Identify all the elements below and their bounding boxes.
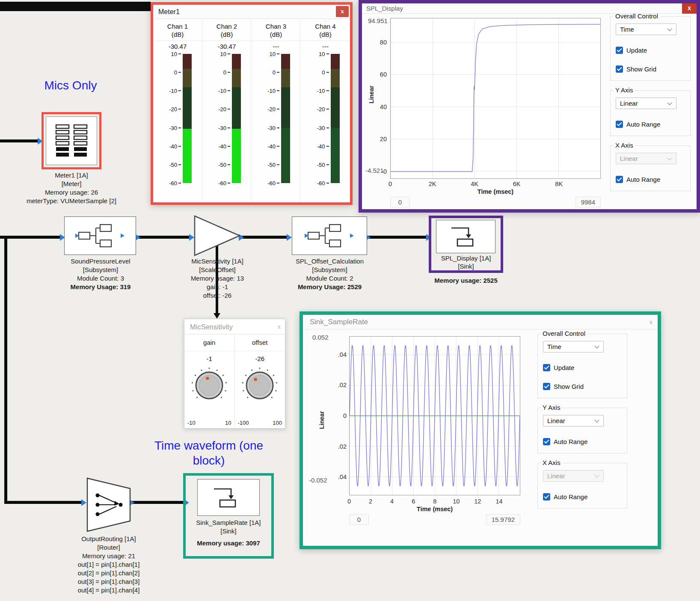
y-axis-name-label: Linear	[318, 407, 325, 433]
x-axis-dropdown[interactable]: Linear	[543, 470, 604, 482]
tick-mark	[326, 127, 329, 128]
scale-label: 0	[223, 69, 226, 76]
group-title: X Axis	[613, 142, 635, 149]
spl-display-memory-label: Memory usage: 2525	[429, 276, 503, 285]
x-axis-dropdown[interactable]: Linear	[616, 153, 676, 164]
overall-control-group: Overall Control Time Update Show Grid	[610, 16, 691, 81]
show-grid-checkbox[interactable]: Show Grid	[616, 65, 685, 73]
scale-label: -20	[218, 106, 226, 113]
x-auto-range-checkbox[interactable]: Auto Range	[616, 176, 685, 183]
checkbox-checked-icon	[543, 383, 550, 390]
sink-sample-rate-labels: Sink_SampleRate [1A] [Sink] Memory usage…	[186, 518, 271, 548]
tick-mark	[178, 127, 181, 128]
scale-label: -30	[267, 124, 276, 131]
wire-router-to-sink	[130, 501, 187, 504]
y-axis-group: Y Axis Linear Auto Range	[610, 90, 691, 136]
tick-mark	[228, 164, 230, 165]
x-tick-label: 0	[347, 498, 351, 505]
update-checkbox[interactable]: Update	[616, 47, 685, 54]
show-grid-checkbox[interactable]: Show Grid	[543, 383, 622, 390]
chevron-down-icon	[667, 26, 672, 31]
scale-label: -10	[169, 88, 177, 94]
tick-mark	[228, 183, 230, 184]
scale-label: 0	[322, 69, 325, 76]
mic-sensitivity-panel: MicSensitivity x gain -1 -10 10 offset -…	[184, 319, 285, 429]
tick-mark	[326, 146, 329, 147]
y-auto-range-checkbox[interactable]: Auto Range	[616, 121, 685, 128]
y-tick-label: 0	[343, 412, 347, 419]
y-tick-label: 0.02	[338, 382, 347, 388]
meter-scale: 100-10-20-30-40-50-60	[163, 54, 181, 183]
gain-knob[interactable]	[190, 367, 228, 404]
output-routing-block[interactable]	[86, 477, 131, 532]
sink-sample-rate-block[interactable]: Sink_SampleRate [1A] [Sink] Memory usage…	[183, 473, 274, 559]
x-tick-label: 6	[412, 498, 415, 505]
channel-header: Chan 1(dB)	[153, 22, 202, 41]
sink-sample-rate-window-titlebar[interactable]: Sink_SampleRate x	[303, 315, 658, 329]
window-title: Sink_SampleRate	[303, 315, 368, 329]
close-icon: x	[341, 8, 344, 15]
tick-mark	[178, 109, 181, 110]
router-input-port	[81, 499, 86, 506]
scale-label: -10	[267, 88, 276, 94]
x-tick-label: 0	[389, 181, 392, 187]
close-button[interactable]: x	[650, 315, 653, 329]
scale-label: 10	[220, 51, 226, 57]
meter1-window-titlebar[interactable]: Meter1 x	[153, 5, 350, 19]
tick-mark	[228, 146, 230, 147]
meter-icon	[51, 122, 92, 159]
group-title: Y Axis	[613, 86, 635, 94]
spl-display-block[interactable]: SPL_Display [1A] [Sink]	[429, 216, 503, 273]
update-checkbox[interactable]: Update	[543, 364, 622, 371]
x-range-end: 9984	[575, 197, 601, 207]
scale-label: -50	[218, 161, 226, 168]
window-title: MicSensitivity	[184, 319, 233, 335]
offset-knob[interactable]	[241, 367, 279, 404]
meter-channel-1: Chan 1(dB)-30.47100-10-20-30-40-50-60	[153, 19, 202, 202]
knob-max-label: 10	[225, 420, 231, 426]
sink-sample-rate-window: Sink_SampleRate x 0.052 -0.052 Linear 0.…	[300, 311, 661, 549]
x-auto-range-checkbox[interactable]: Auto Range	[543, 493, 622, 500]
offset-input-port	[287, 234, 292, 241]
knob-value: -1	[184, 351, 234, 367]
scale-label: -30	[169, 124, 177, 131]
scale-label: -40	[317, 143, 325, 149]
mics-only-label: Mics Only	[26, 78, 116, 93]
channel-value: ---	[252, 41, 300, 52]
tick-mark	[228, 72, 230, 73]
spl-offset-calculation-block[interactable]	[292, 216, 367, 255]
sound-pressure-level-block[interactable]	[64, 216, 136, 255]
spl-display-window-titlebar[interactable]: SPL_Display X	[362, 3, 697, 14]
scale-label: -60	[267, 180, 276, 187]
knob-label: gain	[184, 335, 234, 351]
tick-mark	[326, 109, 329, 110]
checkbox-checked-icon	[616, 47, 623, 54]
mic-sensitivity-block[interactable]	[193, 215, 241, 257]
y-auto-range-checkbox[interactable]: Auto Range	[543, 438, 622, 445]
y-tick-label: 0.04	[338, 474, 347, 480]
x-range-start: 0	[349, 514, 369, 525]
x-tick-label: 2	[369, 498, 372, 505]
chevron-down-icon	[667, 155, 672, 160]
wire-to-router	[4, 501, 82, 504]
close-button[interactable]: X	[682, 3, 697, 14]
y-tick-label: 40	[380, 104, 387, 110]
close-button[interactable]: x	[336, 6, 349, 17]
group-title: Overall Control	[540, 330, 587, 337]
x-axis-group: X Axis Linear Auto Range	[610, 145, 691, 191]
checkbox-checked-icon	[616, 121, 623, 128]
mic-sensitivity-panel-titlebar[interactable]: MicSensitivity x	[184, 319, 285, 335]
sound-pressure-level-labels: SoundPressureLevel [Subsystem] Module Co…	[41, 257, 160, 291]
overall-control-dropdown[interactable]: Time	[616, 24, 676, 35]
scale-label: -40	[267, 143, 276, 149]
tick-mark	[277, 53, 279, 54]
meter1-block[interactable]	[42, 112, 101, 169]
meter-channels: Chan 1(dB)-30.47100-10-20-30-40-50-60Cha…	[153, 19, 350, 202]
window-title: SPL_Display	[362, 3, 403, 14]
y-axis-dropdown[interactable]: Linear	[543, 415, 604, 426]
wire-mic-to-offset	[240, 236, 288, 239]
overall-control-dropdown[interactable]: Time	[543, 341, 604, 352]
close-button[interactable]: x	[278, 319, 281, 335]
x-range-end: 15.9792	[486, 514, 520, 525]
y-axis-dropdown[interactable]: Linear	[616, 98, 676, 109]
